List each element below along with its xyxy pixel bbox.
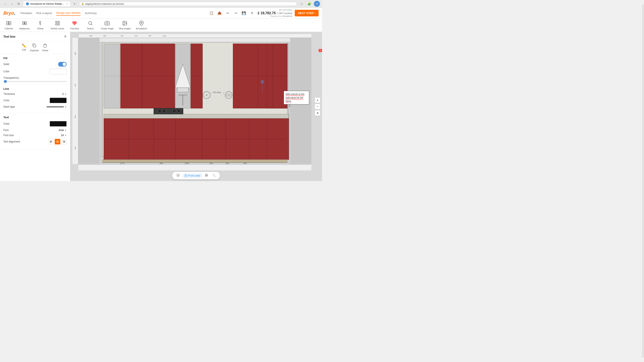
svg-point-14	[106, 22, 108, 24]
header-redo-icon[interactable]: ↪	[232, 10, 239, 16]
tool-appliances[interactable]: Appliances	[19, 21, 30, 30]
font-size-select[interactable]: 14 ▼	[61, 134, 67, 137]
solid-toggle[interactable]	[58, 62, 67, 67]
kitchen-canvas[interactable]: ↖ 18A plug ↗	[78, 38, 311, 164]
transparency-thumb[interactable]	[4, 80, 7, 83]
transparency-row: Transparency	[4, 76, 67, 82]
notification-badge[interactable]: 1	[318, 49, 322, 52]
next-step-button[interactable]: NEXT STEP ›	[295, 10, 318, 16]
thickness-select[interactable]: 2 ▼	[62, 93, 67, 96]
annotation-box[interactable]: Add cutouts to the wall panel for the pl…	[284, 91, 309, 104]
dash-type-select[interactable]: ▼	[47, 106, 67, 108]
zoom-in-button[interactable]: +	[315, 97, 320, 103]
text-color-picker[interactable]	[50, 121, 67, 127]
dining-icon	[38, 21, 43, 27]
tool-cabinets[interactable]: Cabinets	[4, 21, 14, 30]
font-size-value: 14	[61, 134, 64, 137]
tool-annotations[interactable]: Annotations	[136, 21, 147, 30]
tool-favorites[interactable]: Favorites	[69, 21, 80, 30]
toggle-slider	[58, 62, 67, 67]
browser-bookmark[interactable]: ☆	[298, 1, 304, 6]
align-left-button[interactable]	[48, 139, 54, 144]
browser-tab[interactable]: Homebyme for Kitchen Retaile... ×	[24, 1, 70, 6]
svg-point-17	[141, 22, 142, 23]
nav-summary[interactable]: Summary	[85, 11, 97, 15]
line-color-picker[interactable]	[50, 98, 67, 103]
price-section: MY KITCHEN £ 19,782.75 ℹ (VAT included) …	[258, 9, 292, 17]
text-color-row: Color	[4, 121, 67, 127]
panel-title: Text box	[4, 35, 16, 38]
tab-close[interactable]: ×	[66, 2, 68, 5]
nav-pick-layout[interactable]: Pick a layout	[36, 11, 52, 15]
ruler-600: 600	[103, 35, 106, 37]
browser-extensions[interactable]: 🧩	[306, 1, 312, 6]
ruler-387: 387	[148, 35, 151, 37]
canvas-area[interactable]: 560 600 613 570 387 1213 593 414 276 879	[70, 32, 322, 181]
fill-title: Fill	[4, 57, 67, 60]
dash-arrow: ▼	[64, 106, 67, 108]
header-close-icon[interactable]: ✕	[249, 10, 255, 16]
nav-floorplan[interactable]: Floorplan	[20, 11, 32, 15]
zoom-out-button[interactable]: −	[315, 104, 320, 109]
cabinets-icon	[6, 21, 11, 27]
align-center-button[interactable]	[55, 139, 60, 144]
browser-controls[interactable]: ‹ › ↻	[2, 1, 22, 6]
user-avatar[interactable]: A	[314, 1, 320, 7]
font-label: Font	[4, 129, 8, 132]
front-view-button[interactable]: Front view	[183, 174, 202, 178]
browser-forward[interactable]: ›	[9, 1, 15, 6]
appliances-icon	[22, 21, 27, 27]
svg-point-7	[24, 23, 25, 24]
tool-kitchen-extras[interactable]: Kitchen extras	[51, 21, 64, 30]
bottom-ruler	[78, 165, 311, 170]
panel-close-button[interactable]: ✕	[64, 34, 67, 38]
font-size-arrow: ▼	[64, 134, 67, 137]
nav-design-kitchen[interactable]: Design your kitchen	[56, 10, 80, 16]
header-share-icon[interactable]: 📤	[216, 10, 223, 16]
browser-back[interactable]: ‹	[2, 1, 8, 6]
view-images-icon	[122, 21, 127, 27]
right-tools: + − ≡	[315, 97, 320, 116]
measure-button[interactable]	[211, 173, 217, 178]
edit-button[interactable]: ✏️ Edit	[22, 43, 26, 52]
create-image-label: Create image	[101, 27, 114, 30]
header-undo-icon[interactable]: ↩	[224, 10, 231, 16]
fit-view-button[interactable]: ≡	[315, 110, 320, 116]
svg-point-16	[124, 22, 124, 23]
new-tab-btn[interactable]: +	[72, 2, 77, 6]
browser-refresh[interactable]: ↻	[16, 1, 22, 6]
svg-rect-11	[58, 24, 60, 25]
perspective-button[interactable]	[204, 173, 210, 178]
top-ruler: 560 600 613 570 387 1213	[79, 34, 311, 38]
svg-rect-29	[100, 38, 290, 42]
header-notes-icon[interactable]: 📋	[208, 10, 215, 16]
svg-text:300: 300	[210, 162, 213, 164]
svg-rect-40	[177, 88, 188, 92]
tool-search[interactable]: Search	[85, 21, 96, 30]
line-section: Line Thickness 2 ▼ Color Dash type ▼	[0, 85, 70, 113]
kitchen-extras-icon	[55, 21, 60, 27]
duplicate-icon	[32, 43, 36, 49]
svg-point-87	[262, 81, 263, 83]
font-select[interactable]: Arial ▼	[58, 129, 67, 132]
3d-view-button[interactable]	[175, 173, 181, 178]
transparency-slider[interactable]	[4, 81, 67, 82]
edit-label: Edit	[22, 49, 26, 51]
svg-text:1275: 1275	[120, 162, 124, 164]
duplicate-button[interactable]: Duplicate	[30, 43, 39, 52]
main-toolbar: Cabinets Appliances Dining	[0, 19, 322, 32]
thickness-label: Thickness	[4, 93, 15, 96]
tool-view-images[interactable]: View images	[118, 21, 131, 30]
tool-dining[interactable]: Dining	[35, 21, 46, 30]
annotation-text: Add cutouts to the wall panel for the pl…	[286, 93, 304, 102]
svg-text:1000: 1000	[185, 162, 189, 164]
delete-button[interactable]: Delete	[42, 43, 48, 52]
header-save-icon[interactable]: 💾	[241, 10, 247, 16]
line-color-label: Color	[4, 99, 10, 102]
svg-text:600: 600	[244, 162, 247, 164]
tool-create-image[interactable]: Create image	[101, 21, 114, 30]
fill-color-picker[interactable]	[50, 69, 67, 74]
address-bar[interactable]: 🔒 staging-kitchen.enterprise.by.me/user	[79, 2, 297, 6]
align-right-button[interactable]	[61, 139, 67, 144]
svg-rect-75	[102, 160, 288, 163]
